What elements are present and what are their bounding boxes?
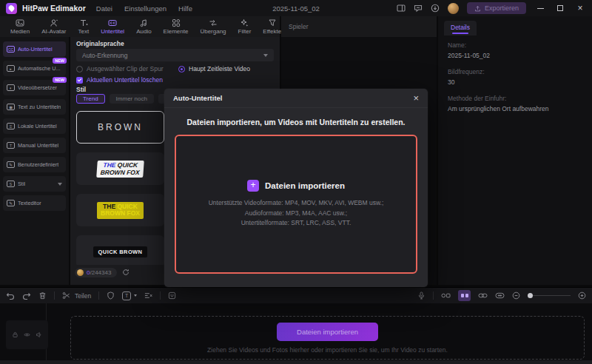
tab-elemente[interactable]: Elemente [158, 18, 195, 35]
split-label[interactable]: Teilen [75, 292, 91, 300]
text-tool-icon[interactable]: T [122, 291, 131, 300]
sidebar-item-label: Lokale Untertitel [18, 123, 57, 129]
menu-hilfe[interactable]: Hilfe [178, 4, 192, 13]
layout-panels-icon[interactable] [397, 4, 406, 13]
language-dropdown[interactable]: Auto-Erkennung [76, 49, 274, 61]
eye-icon[interactable] [24, 331, 30, 338]
sidebar-item-manual-untertitel[interactable]: Manual Untertitel [3, 138, 66, 153]
tab-untertitel[interactable]: Untertitel [95, 18, 130, 35]
tab-filter[interactable]: Filter [232, 18, 258, 35]
tab-medien[interactable]: Medien [4, 18, 36, 35]
sidebar-item-label: Videoübersetzer [18, 84, 57, 91]
sidebar: Auto-Untertitel Automatische U... NEW Vi… [0, 37, 69, 285]
local-subtitle-icon [7, 123, 15, 129]
coin-icon [77, 269, 84, 276]
microphone-icon[interactable] [417, 291, 426, 300]
menu-einstellungen[interactable]: Einstellungen [124, 4, 166, 13]
refresh-icon[interactable] [122, 269, 130, 276]
sidebar-item-lokale-untertitel[interactable]: Lokale Untertitel [3, 118, 66, 134]
split-scissors-icon[interactable] [62, 291, 70, 300]
export-button[interactable]: Exportieren [467, 2, 526, 14]
user-avatar[interactable] [448, 3, 459, 14]
cc-icon [7, 46, 15, 53]
style-tab-trend[interactable]: Trend [76, 94, 105, 104]
close-button[interactable]: × [574, 4, 586, 12]
redo-icon[interactable] [22, 291, 31, 300]
app-name: HitPaw Edimakor [22, 4, 86, 13]
tab-audio[interactable]: Audio [130, 18, 157, 35]
batch-split-icon[interactable] [144, 291, 152, 300]
chevron-down-icon [263, 54, 268, 57]
zoom-in-icon[interactable] [578, 291, 586, 300]
clear-subtitle-option[interactable]: Aktuellen Untertitel löschen [76, 76, 163, 84]
tab-ai-avatar[interactable]: AI-Avatar [36, 18, 72, 35]
tab-label: Effekte [263, 28, 281, 35]
style-preview-text: THE QUICK BROWN FOX [97, 202, 144, 219]
import-action[interactable]: Dateien importieren [247, 180, 345, 192]
sidebar-item-automatische-untertitel[interactable]: Automatische U... NEW [3, 61, 66, 76]
zoom-out-icon[interactable] [512, 291, 520, 300]
minimize-button[interactable] [534, 8, 546, 9]
radio-selected-clip[interactable] [76, 66, 83, 73]
sidebar-item-videouebersetzer[interactable]: Videoübersetzer NEW [3, 80, 66, 95]
style-card-highlight[interactable]: THE QUICK BROWN FOX [76, 194, 164, 226]
maximize-button[interactable] [554, 5, 566, 11]
mask-icon[interactable] [107, 291, 115, 300]
download-icon[interactable] [431, 4, 440, 13]
feedback-icon[interactable] [414, 4, 423, 13]
sidebar-item-auto-untertitel[interactable]: Auto-Untertitel [3, 41, 66, 57]
sidebar-item-label: Texteditor [18, 200, 41, 206]
tab-text[interactable]: Text [72, 18, 95, 35]
keyframe-icon[interactable] [441, 291, 451, 300]
timeline-scrollbar[interactable] [0, 360, 592, 364]
link-icon[interactable] [478, 291, 488, 300]
fit-timeline-icon[interactable] [495, 291, 505, 300]
zoom-slider[interactable] [528, 295, 571, 296]
manual-subtitle-icon [7, 142, 15, 149]
detail-field-framerate: Bildfrequenz: 30 [448, 68, 549, 86]
format-line: Unterstützte Videoformate: MP4, MOV, MKV… [209, 198, 384, 209]
style-card-boxed[interactable]: QUICK BROWN [76, 235, 164, 268]
auto-caption-icon [7, 65, 15, 72]
radio-main-timeline[interactable] [178, 66, 185, 73]
speaker-icon[interactable] [36, 331, 42, 338]
style-tab-still[interactable]: Immer noch [110, 94, 154, 104]
delete-icon[interactable] [38, 291, 47, 300]
magnet-icon[interactable] [168, 291, 176, 300]
sidebar-item-benutzerdefiniert[interactable]: Benutzerdefiniert [3, 157, 66, 172]
checkbox-checked-icon[interactable] [76, 77, 83, 84]
radio-label: Ausgewählter Clip der Spur [87, 65, 178, 73]
tab-uebergang[interactable]: Übergang [194, 18, 232, 35]
player-panel-header: Spieler [281, 16, 437, 37]
elements-icon [172, 18, 181, 27]
import-files-button[interactable]: Dateien importieren [277, 323, 378, 341]
subtitle-icon [108, 18, 117, 27]
import-drop-area[interactable]: Dateien importieren Unterstützte Videofo… [175, 135, 417, 274]
document-title: 2025-11-05_02 [272, 4, 320, 13]
track-controls [6, 320, 48, 349]
media-drop-zone[interactable]: Dateien importieren Ziehen Sie Videos un… [70, 316, 585, 360]
undo-icon[interactable] [6, 291, 15, 300]
lock-icon[interactable] [12, 331, 18, 338]
supported-formats: Unterstützte Videoformate: MP4, MOV, MKV… [209, 198, 384, 229]
menu-datei[interactable]: Datei [96, 4, 112, 13]
sidebar-item-stil[interactable]: Stil [3, 176, 66, 192]
import-button-label: Dateien importieren [297, 328, 358, 336]
tab-label: Übergang [200, 28, 226, 35]
sidebar-item-texteditor[interactable]: Texteditor [3, 195, 66, 211]
audio-icon [139, 18, 148, 27]
filter-icon [240, 18, 249, 27]
export-label: Exportieren [485, 4, 519, 12]
style-card-plain[interactable]: BROWN [76, 111, 164, 144]
text-editor-icon [7, 200, 15, 206]
credits-pill: 0/244343 [75, 268, 117, 277]
snap-toggle-icon[interactable] [458, 290, 471, 301]
dialog-headline: Dateien importieren, um Videos mit Unter… [164, 118, 428, 127]
ribbon: Medien AI-Avatar Text Untertitel Audio E… [0, 16, 280, 37]
style-card-comic[interactable]: THE QUICK BROWN FOX [76, 152, 164, 185]
style-label: Stil [76, 86, 86, 93]
sidebar-item-text-zu-untertiteln[interactable]: Text zu Untertiteln [3, 99, 66, 115]
close-icon[interactable]: × [413, 93, 419, 103]
tab-details[interactable]: Details [444, 21, 477, 36]
sidebar-item-label: Benutzerdefiniert [18, 161, 58, 168]
